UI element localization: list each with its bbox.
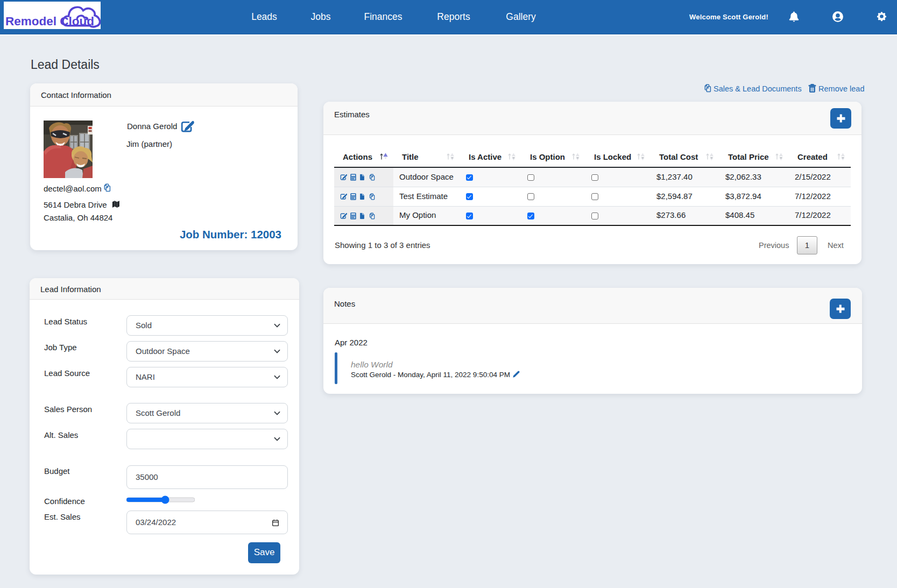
svg-text:Remodel Cloud: Remodel Cloud bbox=[5, 15, 94, 28]
